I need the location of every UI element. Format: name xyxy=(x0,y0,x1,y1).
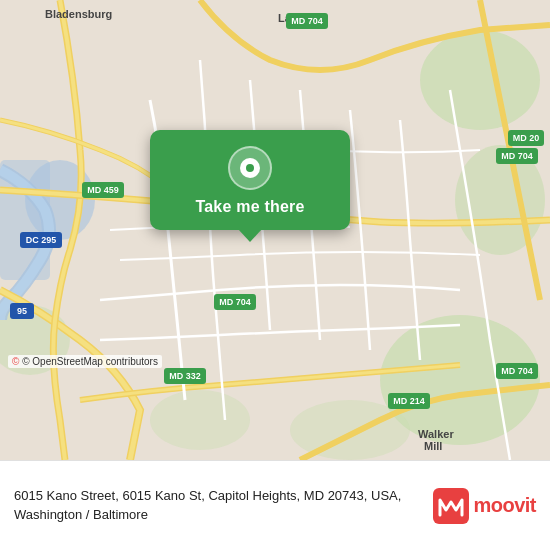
svg-text:MD 704: MD 704 xyxy=(219,297,251,307)
svg-text:MD 704: MD 704 xyxy=(501,151,533,161)
osm-credit-label: © OpenStreetMap contributors xyxy=(22,356,158,367)
copyright-symbol: © xyxy=(12,356,19,367)
info-bar: 6015 Kano Street, 6015 Kano St, Capitol … xyxy=(0,460,550,550)
svg-text:MD 214: MD 214 xyxy=(393,396,425,406)
svg-text:DC 295: DC 295 xyxy=(26,235,57,245)
moovit-icon-svg xyxy=(433,488,469,524)
svg-text:MD 704: MD 704 xyxy=(501,366,533,376)
address-text: 6015 Kano Street, 6015 Kano St, Capitol … xyxy=(14,487,423,523)
svg-text:Mill: Mill xyxy=(424,440,442,452)
moovit-text: moovit xyxy=(473,494,536,517)
pin-inner xyxy=(240,158,260,178)
take-me-there-button[interactable]: Take me there xyxy=(195,198,304,216)
svg-point-7 xyxy=(150,390,250,450)
osm-credit: © © OpenStreetMap contributors xyxy=(8,355,162,368)
address-section: 6015 Kano Street, 6015 Kano St, Capitol … xyxy=(14,487,423,523)
svg-text:MD 704: MD 704 xyxy=(291,16,323,26)
svg-text:95: 95 xyxy=(17,306,27,316)
osm-credit-text: © © OpenStreetMap contributors xyxy=(12,356,158,367)
pin-dot xyxy=(246,164,254,172)
moovit-logo: moovit xyxy=(433,488,536,524)
map-container: Bladensburg Landover Walker Mill MD 704 … xyxy=(0,0,550,460)
map-svg: Bladensburg Landover Walker Mill MD 704 … xyxy=(0,0,550,460)
svg-text:Walker: Walker xyxy=(418,428,454,440)
svg-text:MD 20: MD 20 xyxy=(513,133,540,143)
svg-text:MD 332: MD 332 xyxy=(169,371,201,381)
location-pin-circle xyxy=(228,146,272,190)
svg-point-1 xyxy=(420,30,540,130)
svg-text:Bladensburg: Bladensburg xyxy=(45,8,112,20)
svg-text:MD 459: MD 459 xyxy=(87,185,119,195)
svg-rect-33 xyxy=(433,488,469,524)
map-popup[interactable]: Take me there xyxy=(150,130,350,230)
